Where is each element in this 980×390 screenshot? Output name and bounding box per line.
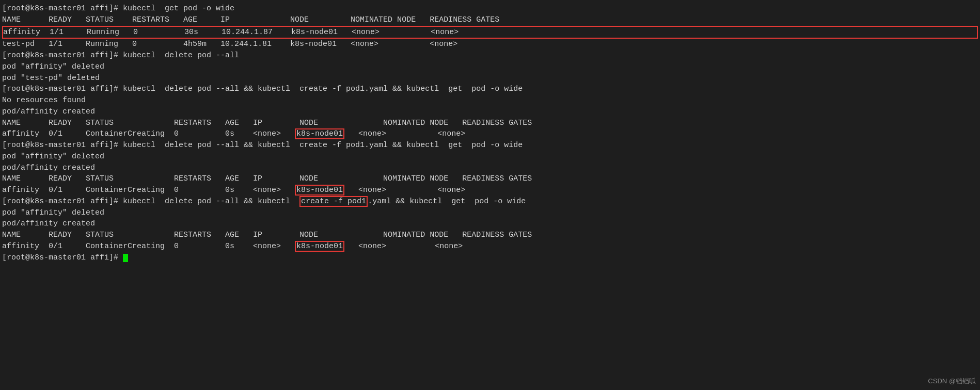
line-final-prompt: [root@k8s-master01 affi]# xyxy=(2,252,978,264)
line-header-1: NAME READY STATUS RESTARTS AGE IP NODE N… xyxy=(2,14,978,26)
line-header-3: NAME READY STATUS RESTARTS AGE IP NODE N… xyxy=(2,173,978,185)
node-box-3: k8s-node01 xyxy=(295,241,344,252)
line-long-cmd-3: [root@k8s-master01 affi]# kubectl delete… xyxy=(2,196,978,207)
terminal: [root@k8s-master01 affi]# kubectl get po… xyxy=(0,0,980,390)
line-affinity-deleted-1: pod "affinity" deleted xyxy=(2,61,978,73)
affinity-row-4: affinity 0/1 ContainerCreating 0 0s <non… xyxy=(2,241,978,252)
line-affinity-deleted-2: pod "affinity" deleted xyxy=(2,151,978,163)
create-box-1: create -f pod1 xyxy=(299,196,368,207)
line-affinity-deleted-3: pod "affinity" deleted xyxy=(2,207,978,219)
affinity-row-1: affinity 1/1 Running 0 30s 10.244.1.87 k… xyxy=(2,26,978,39)
cursor xyxy=(123,254,128,262)
line-header-4: NAME READY STATUS RESTARTS AGE IP NODE N… xyxy=(2,230,978,241)
line-affinity-created-2: pod/affinity created xyxy=(2,163,978,174)
line-header-2: NAME READY STATUS RESTARTS AGE IP NODE N… xyxy=(2,118,978,129)
line-testpd-deleted: pod "test-pd" deleted xyxy=(2,73,978,84)
line-long-cmd-1: [root@k8s-master01 affi]# kubectl delete… xyxy=(2,84,978,95)
watermark: CSDN @铛铛呱 xyxy=(928,377,976,386)
affinity-row-2: affinity 0/1 ContainerCreating 0 0s <non… xyxy=(2,128,978,140)
affinity-row-3: affinity 0/1 ContainerCreating 0 0s <non… xyxy=(2,185,978,196)
line-test-pd: test-pd 1/1 Running 0 4h59m 10.244.1.81 … xyxy=(2,39,978,50)
line-long-cmd-2: [root@k8s-master01 affi]# kubectl delete… xyxy=(2,140,978,151)
line-no-resources: No resources found xyxy=(2,95,978,106)
line-delete-all: [root@k8s-master01 affi]# kubectl delete… xyxy=(2,50,978,61)
node-box-1: k8s-node01 xyxy=(295,128,344,139)
line-affinity-created-1: pod/affinity created xyxy=(2,106,978,118)
line-affinity-created-3: pod/affinity created xyxy=(2,218,978,230)
line-1: [root@k8s-master01 affi]# kubectl get po… xyxy=(2,3,978,14)
node-box-2: k8s-node01 xyxy=(295,185,344,196)
